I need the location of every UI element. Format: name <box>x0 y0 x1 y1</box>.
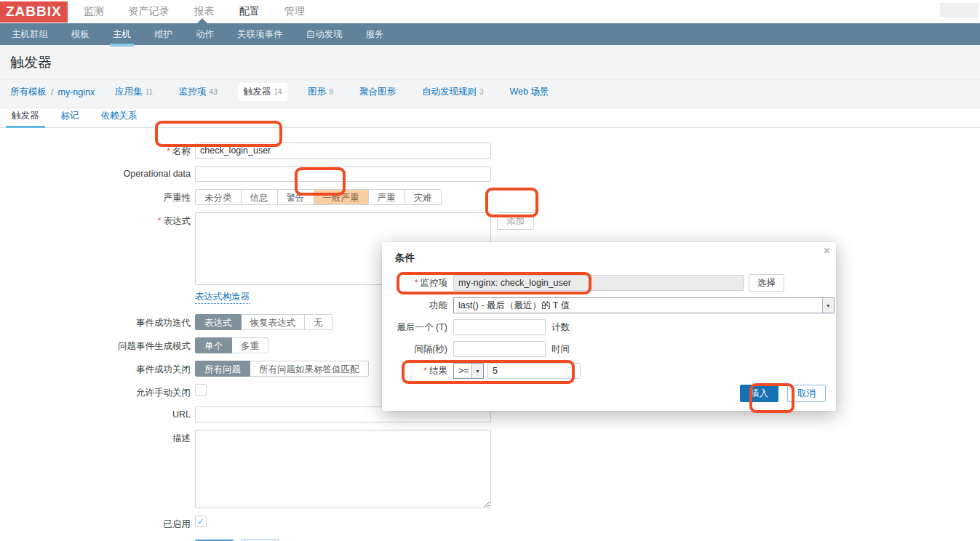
top-menu-monitoring[interactable]: 监测 <box>84 5 104 18</box>
severity-high[interactable]: 严重 <box>369 189 405 205</box>
crumb-triggers[interactable]: 触发器14 <box>238 83 288 101</box>
breadcrumb: 所有模板 / my-nginx 应用集11 监控项43 触发器14 图形9 聚合… <box>0 79 980 108</box>
problem-mode-single[interactable]: 单个 <box>195 337 232 353</box>
crumb-web-scenarios[interactable]: Web 场景 <box>503 83 554 101</box>
severity-disaster[interactable]: 灾难 <box>405 189 442 205</box>
required-mark: * <box>423 366 427 376</box>
required-mark: * <box>158 216 162 226</box>
severity-average[interactable]: 一般严重 <box>314 189 369 205</box>
required-mark: * <box>167 146 170 156</box>
description-row: 描述 <box>0 430 980 508</box>
description-label: 描述 <box>0 430 191 445</box>
severity-not-classified[interactable]: 未分类 <box>195 189 242 205</box>
modal-interval-input[interactable] <box>453 341 546 357</box>
ok-event-none[interactable]: 无 <box>305 314 332 330</box>
top-navbar: ZABBIX 监测 资产记录 报表 配置 管理 <box>0 0 980 23</box>
crumb-applications-count: 11 <box>146 88 153 96</box>
modal-function-select[interactable]: last() - 最后（最近）的 T 值 ▼ <box>453 297 834 313</box>
severity-information[interactable]: 信息 <box>242 189 278 205</box>
subnav-templates[interactable]: 模板 <box>70 24 91 45</box>
top-menu-administration[interactable]: 管理 <box>284 5 305 18</box>
crumb-applications[interactable]: 应用集11 <box>109 83 159 101</box>
operational-data-label: Operational data <box>0 166 191 179</box>
subnav-event-correlation[interactable]: 关联项事件 <box>236 24 284 45</box>
ok-close-all-problems[interactable]: 所有问题 <box>195 361 250 377</box>
modal-last-of-label: 最后一个 (T) <box>395 321 447 334</box>
ok-event-closes-label: 事件成功关闭 <box>0 361 191 376</box>
severity-warning[interactable]: 警告 <box>278 189 314 205</box>
ok-event-closes-segmented-control: 所有问题 所有问题如果标签值匹配 <box>195 361 369 377</box>
breadcrumb-all-templates-link[interactable]: 所有模板 <box>10 86 47 98</box>
page: ZABBIX 监测 资产记录 报表 配置 管理 主机群组 模板 主机 维护 动作… <box>0 0 980 541</box>
zabbix-logo[interactable]: ZABBIX <box>0 1 68 23</box>
modal-item-label: 监控项 <box>421 278 448 288</box>
problem-mode-multiple[interactable]: 多重 <box>232 337 268 353</box>
crumb-graphs-count: 9 <box>329 88 333 96</box>
operational-data-input[interactable] <box>195 166 491 182</box>
problem-event-mode-segmented-control: 单个 多重 <box>195 337 268 353</box>
modal-cancel-button[interactable]: 取消 <box>787 385 826 402</box>
modal-result-input[interactable] <box>487 363 581 379</box>
crumb-discovery-rules[interactable]: 自动发现规则3 <box>416 83 490 101</box>
ok-event-expression[interactable]: 表达式 <box>195 314 242 330</box>
crumb-discovery-count: 3 <box>479 88 484 96</box>
search-input[interactable] <box>940 3 979 17</box>
modal-result-operator-value: >= <box>454 366 471 376</box>
trigger-tabbar: 触发器 标记 依赖关系 <box>0 108 980 128</box>
subnav-actions[interactable]: 动作 <box>194 24 215 45</box>
dropdown-arrow-icon: ▼ <box>822 298 834 313</box>
enabled-row: 已启用 ✓ <box>0 516 980 531</box>
modal-last-of-row: 最后一个 (T) 计数 <box>395 319 823 335</box>
subnav-host-groups[interactable]: 主机群组 <box>10 24 49 45</box>
ok-close-all-problems-if-tag[interactable]: 所有问题如果标签值匹配 <box>250 361 369 377</box>
subnav-hosts[interactable]: 主机 <box>111 24 132 45</box>
modal-last-of-suffix: 计数 <box>551 321 570 334</box>
tab-dependencies[interactable]: 依赖关系 <box>100 106 139 127</box>
crumb-screens[interactable]: 聚合图形 <box>354 83 402 101</box>
required-mark: * <box>415 278 418 288</box>
close-icon[interactable]: × <box>824 245 830 257</box>
modal-interval-suffix: 时间 <box>551 343 570 356</box>
severity-row: 严重性 未分类 信息 警告 一般严重 严重 灾难 <box>0 189 980 205</box>
description-textarea[interactable] <box>195 430 491 508</box>
top-menu-reports[interactable]: 报表 <box>194 5 215 18</box>
modal-function-row: 功能 last() - 最后（最近）的 T 值 ▼ <box>395 297 823 313</box>
name-input[interactable] <box>195 143 491 159</box>
modal-function-label: 功能 <box>395 300 447 312</box>
modal-last-of-input[interactable] <box>453 319 546 335</box>
tab-tags[interactable]: 标记 <box>60 106 81 127</box>
modal-footer-buttons: 插入 取消 <box>740 385 826 402</box>
manual-close-label: 允许手动关闭 <box>0 384 191 399</box>
enabled-checkbox[interactable]: ✓ <box>195 516 207 527</box>
modal-item-row: *监控项 选择 <box>395 274 823 292</box>
url-label: URL <box>0 406 191 420</box>
crumb-graphs[interactable]: 图形9 <box>302 83 339 101</box>
expression-add-button[interactable]: 添加 <box>497 212 534 230</box>
modal-item-input[interactable] <box>453 275 744 291</box>
expression-constructor-link[interactable]: 表达式构造器 <box>195 291 250 304</box>
crumb-items[interactable]: 监控项43 <box>173 83 223 101</box>
condition-modal: × 条件 *监控项 选择 功能 last() - 最后（最近）的 T 值 ▼ 最… <box>382 242 836 411</box>
page-header: 触发器 所有模板 / my-nginx 应用集11 监控项43 触发器14 图形… <box>0 45 980 108</box>
name-row: *名称 <box>0 143 980 159</box>
modal-item-select-button[interactable]: 选择 <box>749 274 784 292</box>
sub-navbar: 主机群组 模板 主机 维护 动作 关联项事件 自动发现 服务 <box>0 23 980 45</box>
modal-interval-label: 间隔(秒) <box>395 343 447 356</box>
dropdown-arrow-icon: ▼ <box>471 364 483 378</box>
top-menu-configuration[interactable]: 配置 <box>239 5 260 18</box>
problem-event-mode-label: 问题事件生成模式 <box>0 337 191 353</box>
breadcrumb-template-link[interactable]: my-nginx <box>57 87 95 97</box>
modal-insert-button[interactable]: 插入 <box>740 385 778 402</box>
subnav-discovery[interactable]: 自动发现 <box>305 24 344 45</box>
page-title: 触发器 <box>0 45 980 79</box>
top-menu-inventory[interactable]: 资产记录 <box>129 5 170 18</box>
manual-close-checkbox[interactable] <box>195 384 207 396</box>
ok-event-segmented-control: 表达式 恢复表达式 无 <box>195 314 332 330</box>
ok-event-recovery-expression[interactable]: 恢复表达式 <box>242 314 306 330</box>
subnav-maintenance[interactable]: 维护 <box>153 24 174 45</box>
modal-result-operator-select[interactable]: >= ▼ <box>453 363 484 379</box>
subnav-services[interactable]: 服务 <box>364 24 386 45</box>
crumb-triggers-count: 14 <box>274 88 282 96</box>
modal-result-label: 结果 <box>429 366 447 376</box>
tab-trigger[interactable]: 触发器 <box>10 106 41 127</box>
